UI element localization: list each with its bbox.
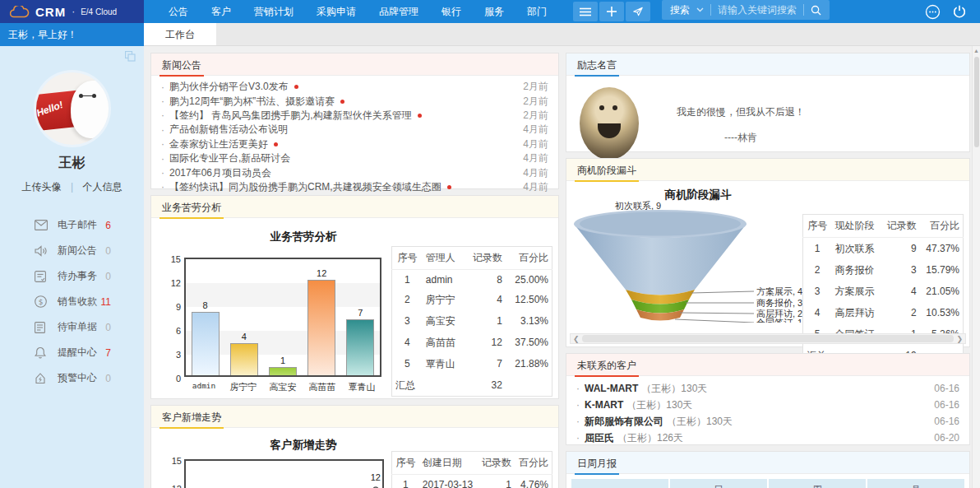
bullet: ·: [576, 383, 580, 394]
reports-header-row: 日 周 月: [566, 474, 969, 488]
scrollbar-thumb[interactable]: [582, 335, 955, 342]
bar-qinqingshan[interactable]: 7: [345, 319, 375, 375]
list-item[interactable]: ·新郎服饰有限公司（王彬）130天06-16: [576, 413, 959, 430]
table-row[interactable]: 4高苗苗1237.50%: [392, 332, 552, 353]
nav-item-service[interactable]: 服务: [473, 5, 515, 19]
sidebar-collapse-icon[interactable]: [125, 51, 136, 62]
add-button[interactable]: [599, 2, 624, 21]
effort-table: 序号 管理人 记录数 百分比 1admin825.00% 2房宁宁412.50%…: [391, 246, 552, 397]
news-text[interactable]: 2017年06月项目动员会: [169, 166, 271, 180]
news-date: 2月前: [523, 95, 548, 109]
bullet: ·: [161, 138, 164, 150]
global-search[interactable]: 搜索 请输入关键词搜索: [662, 0, 830, 20]
horizontal-scrollbar[interactable]: ❮ ❯: [570, 333, 966, 344]
bar-fangningning[interactable]: 4: [229, 343, 259, 375]
dollar-circle-icon: $: [35, 295, 49, 308]
menu-button[interactable]: [573, 2, 598, 21]
table-row[interactable]: 2商务报价315.79%: [803, 259, 964, 281]
hamburger-icon: [580, 7, 591, 16]
trend-line: [186, 461, 382, 488]
power-logout-button[interactable]: [952, 4, 967, 19]
funnel-label: 方案展示, 4: [756, 286, 802, 296]
avatar[interactable]: Hello!: [36, 72, 109, 145]
nav-item-department[interactable]: 部门: [515, 5, 558, 19]
list-item[interactable]: ·国际化专业平台,新品研讨会4月前: [161, 151, 548, 165]
topbar-right: [925, 0, 980, 23]
sidebar-item-pending-docs[interactable]: 待审单据 0: [0, 314, 144, 340]
funnel-graphic: 初次联系, 9 方案展示, 4: [570, 198, 825, 323]
news-text[interactable]: 【签约】 青岛风鸟集团携手鹏为,构建新型伙伴关系管理: [169, 109, 412, 123]
tab-workbench[interactable]: 工作台: [144, 23, 216, 45]
news-text[interactable]: 金泰家纺让生活更美好: [169, 137, 268, 151]
customer-name[interactable]: 屈臣氏: [585, 431, 614, 445]
sidebar-item-todo[interactable]: 待办事务 0: [0, 263, 144, 289]
table-row[interactable]: 2房宁宁412.50%: [392, 289, 552, 310]
bar-gaomiaomiao[interactable]: 12: [307, 280, 336, 375]
news-text[interactable]: 产品创新销售活动公布说明: [169, 123, 288, 137]
nav-item-marketing-plan[interactable]: 营销计划: [243, 5, 305, 19]
svg-text:$: $: [39, 298, 44, 306]
send-button[interactable]: [626, 2, 650, 21]
list-item[interactable]: ·金泰家纺让生活更美好4月前: [161, 137, 548, 151]
news-text[interactable]: 【签约快讯】同为股份携手鹏为CRM,共建视频安全领域生态圈: [169, 180, 441, 194]
nav-item-customers[interactable]: 客户: [200, 5, 243, 19]
table-row[interactable]: 4高层拜访210.53%: [803, 302, 964, 323]
scroll-up-icon[interactable]: ▲: [973, 46, 980, 56]
news-text[interactable]: 鹏为伙伴分销平台V3.0发布: [169, 80, 289, 94]
list-item[interactable]: ·鹏为12周年“鹏为杯”书法、摄影邀请赛2月前: [161, 94, 548, 108]
upload-avatar-link[interactable]: 上传头像: [22, 181, 62, 193]
list-item[interactable]: ·【签约】 青岛风鸟集团携手鹏为,构建新型伙伴关系管理2月前: [161, 109, 548, 123]
list-item[interactable]: ·屈臣氏（王彬）126天06-20: [576, 430, 959, 446]
news-text[interactable]: 鹏为12周年“鹏为杯”书法、摄影邀请赛: [169, 95, 335, 109]
report-col-day[interactable]: 日: [670, 479, 767, 488]
nav-item-purchase-request[interactable]: 采购申请: [305, 5, 368, 19]
customer-name[interactable]: 新郎服饰有限公司: [585, 415, 663, 429]
sidebar-item-email[interactable]: 电子邮件 6: [0, 212, 144, 238]
list-item[interactable]: ·K-MART（王彬）130天06-16: [576, 397, 959, 413]
x-label: 覃青山: [344, 381, 380, 393]
list-item[interactable]: ·2017年06月项目动员会4月前: [161, 165, 548, 179]
report-col-week[interactable]: 周: [769, 479, 866, 488]
sidebar-item-alert-center[interactable]: 预警中心 0: [0, 365, 144, 391]
search-icon[interactable]: [811, 5, 821, 16]
table-row[interactable]: 3高宝安13.13%: [392, 310, 552, 332]
toolbar-buttons: [573, 0, 650, 23]
nav-item-brand-management[interactable]: 品牌管理: [368, 5, 430, 19]
panel-funnel-header: 商机阶段漏斗: [566, 159, 969, 181]
customer-name[interactable]: WAL-MART: [585, 383, 638, 394]
bar-value: 12: [308, 268, 335, 278]
sidebar-item-reminder-center[interactable]: 提醒中心 7: [0, 340, 144, 365]
table-row[interactable]: 1admin825.00%: [392, 270, 552, 290]
more-options-button[interactable]: [925, 4, 941, 20]
search-input[interactable]: 请输入关键词搜索: [718, 3, 797, 17]
nav-item-bank[interactable]: 银行: [430, 5, 473, 19]
list-item[interactable]: ·【签约快讯】同为股份携手鹏为CRM,共建视频安全领域生态圈4月前: [161, 180, 548, 194]
bar-gaobaoan[interactable]: 1: [268, 367, 298, 375]
customer-name[interactable]: K-MART: [585, 399, 623, 411]
nav-item-announcements[interactable]: 公告: [157, 5, 200, 19]
table-row[interactable]: 5覃青山721.88%: [392, 353, 552, 374]
scrollbar-thumb[interactable]: [974, 57, 979, 147]
table-row[interactable]: 1初次联系947.37%: [803, 238, 964, 260]
list-item[interactable]: ·鹏为伙伴分销平台V3.0发布2月前: [161, 80, 548, 94]
scroll-right-icon[interactable]: ❯: [956, 335, 963, 343]
badge-count: 0: [105, 271, 111, 282]
speaker-icon: [35, 245, 49, 257]
table-row[interactable]: 3方案展示421.05%: [803, 281, 964, 302]
report-col-month[interactable]: 月: [867, 479, 964, 488]
panel-funnel: 商机阶段漏斗 商机阶段漏斗: [566, 158, 970, 347]
list-item[interactable]: ·产品创新销售活动公布说明4月前: [161, 123, 548, 137]
news-text[interactable]: 国际化专业平台,新品研讨会: [169, 151, 290, 165]
app-logo[interactable]: CRM · E/4 Cloud: [0, 0, 144, 23]
search-scope-label[interactable]: 搜索: [670, 3, 690, 17]
sidebar-item-sales-receipts[interactable]: $ 销售收款 11: [0, 289, 144, 314]
user-name: 王彬: [0, 155, 144, 172]
logo-separator: ·: [72, 6, 75, 17]
sidebar-item-news[interactable]: 新闻公告 0: [0, 238, 144, 263]
table-row[interactable]: 12017-03-1314.76%: [392, 475, 552, 488]
bar-admin[interactable]: 8: [191, 312, 220, 375]
list-item[interactable]: ·WAL-MART（王彬）130天06-16: [576, 380, 959, 397]
scroll-left-icon[interactable]: ❮: [573, 335, 580, 343]
vertical-scrollbar[interactable]: ▲: [972, 46, 980, 488]
profile-link[interactable]: 个人信息: [82, 181, 122, 193]
